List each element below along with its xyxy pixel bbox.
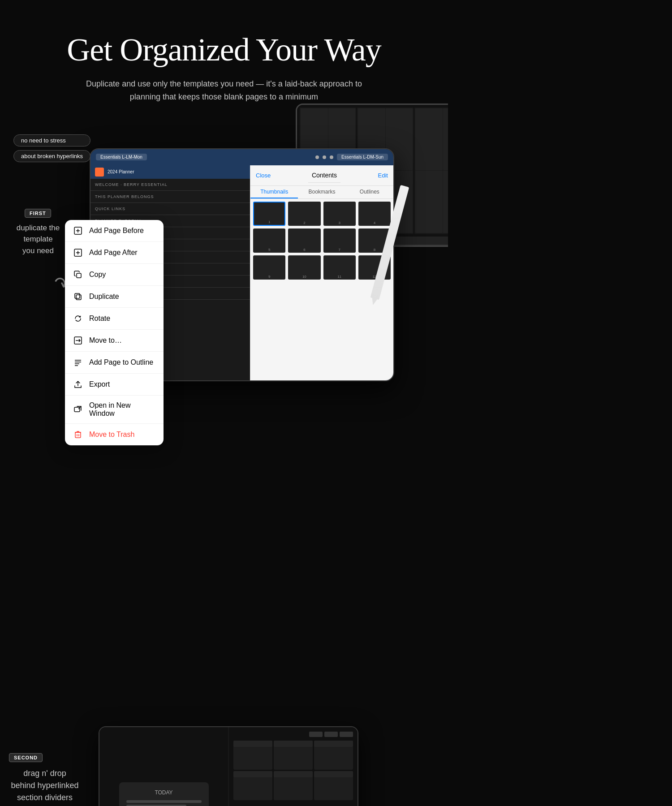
thumbnail-5[interactable]: 5 xyxy=(253,228,285,253)
laptop-sub-cell xyxy=(415,108,443,171)
svg-rect-15 xyxy=(74,407,80,412)
menu-label-add-page-before: Add Page Before xyxy=(89,227,144,235)
tab-outlines[interactable]: Outlines xyxy=(346,186,393,198)
menu-item-open-new-window[interactable]: Open in New Window xyxy=(65,396,164,424)
thumbnail-11[interactable]: 11 xyxy=(323,255,356,280)
trash-icon xyxy=(73,430,83,440)
thumbnail-6[interactable]: 6 xyxy=(288,228,320,253)
edit-button[interactable]: Edit xyxy=(378,172,388,179)
cal-cell xyxy=(314,771,353,800)
right-toolbar xyxy=(233,732,353,737)
toolbar-dot xyxy=(315,155,319,159)
planner-row-welcome: WELCOME · BERRY ESSENTIAL xyxy=(90,179,252,191)
laptop-cell xyxy=(414,108,448,234)
new-window-icon xyxy=(73,405,83,414)
cal-cell xyxy=(274,741,313,770)
menu-label-add-page-outline: Add Page to Outline xyxy=(89,358,153,366)
menu-item-rotate[interactable]: Rotate xyxy=(65,308,164,330)
cal-cell xyxy=(274,771,313,800)
menu-item-add-page-before[interactable]: Add Page Before xyxy=(65,220,164,242)
menu-item-add-page-after[interactable]: Add Page After xyxy=(65,242,164,264)
menu-item-add-page-outline[interactable]: Add Page to Outline xyxy=(65,352,164,374)
toolbar-tab-2[interactable]: Essentials L-DM-Sun xyxy=(337,154,388,160)
today-line xyxy=(126,805,186,806)
thumbnail-1[interactable]: 1 xyxy=(253,202,285,226)
contents-title: Contents xyxy=(308,168,340,183)
copy-icon xyxy=(73,270,83,280)
duplicate-icon xyxy=(73,292,83,302)
planner-title: 2024 Planner xyxy=(108,169,134,174)
cal-cell xyxy=(233,771,272,800)
main-content-area: FIRST duplicate thetemplateyou need ↷ xyxy=(0,121,448,435)
export-icon xyxy=(73,379,83,389)
menu-label-move-to-trash: Move to Trash xyxy=(89,431,134,439)
right-tb-btn xyxy=(309,732,323,737)
svg-rect-17 xyxy=(75,432,81,438)
thumbnail-3[interactable]: 3 xyxy=(323,202,356,226)
tab-thumbnails[interactable]: Thumbnails xyxy=(250,186,298,198)
menu-item-move-to-trash[interactable]: Move to Trash xyxy=(65,424,164,445)
thumbnail-9[interactable]: 9 xyxy=(253,255,285,280)
menu-label-add-page-after: Add Page After xyxy=(89,249,138,257)
thumbnail-7[interactable]: 7 xyxy=(323,228,356,253)
today-line xyxy=(126,800,202,803)
right-tb-btn xyxy=(340,732,353,737)
badge-hyperlinks: about broken hyperlinks xyxy=(13,150,90,162)
menu-label-open-new-window: Open in New Window xyxy=(89,401,155,418)
laptop-sub-cell xyxy=(443,171,448,233)
menu-label-export: Export xyxy=(89,380,110,388)
toolbar-dot xyxy=(323,155,326,159)
second-label: drag n' dropbehind hyperlinkedsection di… xyxy=(9,767,81,804)
second-device: 35 TODAY xyxy=(99,726,439,806)
today-card-title: TODAY xyxy=(126,789,202,796)
menu-item-export[interactable]: Export xyxy=(65,374,164,396)
second-screen: 35 TODAY xyxy=(99,727,358,806)
menu-label-rotate: Rotate xyxy=(89,315,110,323)
svg-rect-8 xyxy=(75,293,80,298)
planner-row-belongs: THIS PLANNER BELONGS xyxy=(90,191,252,203)
contents-nav: Thumbnails Bookmarks Outlines xyxy=(250,186,393,199)
menu-item-copy[interactable]: Copy xyxy=(65,264,164,286)
planner-logo xyxy=(95,168,104,177)
toolbar-tab-1[interactable]: Essentials L-LM-Mon xyxy=(96,154,147,160)
add-before-icon xyxy=(73,226,83,236)
menu-label-move-to: Move to… xyxy=(89,336,122,345)
move-icon xyxy=(73,336,83,345)
today-card: TODAY xyxy=(119,782,209,806)
close-button[interactable]: Close xyxy=(256,172,271,179)
calendar-grid xyxy=(233,741,353,800)
add-after-icon xyxy=(73,248,83,258)
menu-label-copy: Copy xyxy=(89,271,106,279)
ipad-toolbar: Essentials L-LM-Mon Essentials L-DM-Sun xyxy=(90,149,393,165)
thumbnail-grid: 1 2 3 4 5 6 7 8 9 10 11 12 xyxy=(250,199,393,283)
page-title: Get Organized Your Way xyxy=(0,0,448,78)
thumbnail-2[interactable]: 2 xyxy=(288,202,320,226)
menu-label-duplicate: Duplicate xyxy=(89,293,119,301)
second-panel-left: 35 TODAY xyxy=(99,727,228,806)
annotation-badges: no need to stress about broken hyperlink… xyxy=(13,134,90,162)
cal-cell xyxy=(233,741,272,770)
laptop-sub-cell xyxy=(415,171,443,233)
svg-rect-6 xyxy=(77,273,81,278)
planner-header: 2024 Planner xyxy=(90,165,252,179)
menu-item-duplicate[interactable]: Duplicate xyxy=(65,286,164,308)
right-tb-btn xyxy=(324,732,338,737)
today-lines xyxy=(126,800,202,806)
second-labels: SECOND drag n' dropbehind hyperlinkedsec… xyxy=(9,753,81,804)
badge-no-stress: no need to stress xyxy=(13,134,90,147)
menu-item-move-to[interactable]: Move to… xyxy=(65,330,164,352)
second-section: SECOND drag n' dropbehind hyperlinkedsec… xyxy=(0,726,448,806)
laptop-sub-cell xyxy=(443,108,448,171)
thumbnail-4[interactable]: 4 xyxy=(358,202,391,226)
second-badge: SECOND xyxy=(9,753,43,762)
tab-bookmarks[interactable]: Bookmarks xyxy=(298,186,345,198)
second-panel-right xyxy=(229,727,358,806)
first-badge: FIRST xyxy=(25,209,51,218)
thumbnail-10[interactable]: 10 xyxy=(288,255,320,280)
page-subtitle: Duplicate and use only the templates you… xyxy=(67,78,381,103)
context-menu: Add Page Before Add Page After Copy xyxy=(65,220,164,445)
cal-cell xyxy=(314,741,353,770)
second-ipad: 35 TODAY xyxy=(99,726,358,806)
svg-rect-7 xyxy=(76,295,81,300)
toolbar-icons xyxy=(315,155,333,159)
